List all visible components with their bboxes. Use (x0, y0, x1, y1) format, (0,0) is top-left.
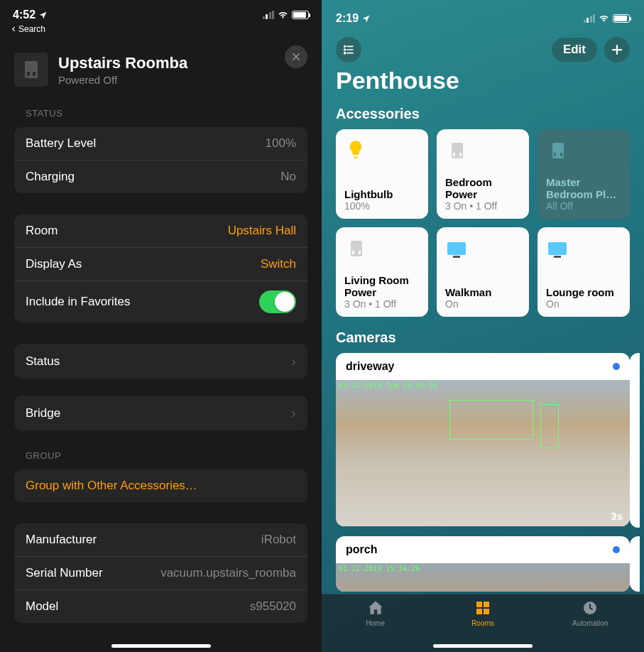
tile-lounge[interactable]: Lounge roomOn (537, 227, 630, 317)
info-group: Manufacturer iRobot Serial Number vacuum… (14, 523, 307, 623)
tile-master-bedroom[interactable]: Master Bedroom Pl…All Off (537, 129, 630, 219)
favorites-toggle[interactable] (259, 290, 296, 313)
svg-rect-11 (484, 609, 489, 614)
status-bar: 4:52 (0, 0, 322, 24)
tab-bar: Home Rooms Automation (322, 594, 644, 652)
nav-bar: Edit (322, 31, 644, 65)
bulb-icon (344, 138, 367, 161)
plug-icon (14, 53, 48, 87)
plug-icon (546, 138, 569, 161)
tab-automation[interactable]: Automation (537, 599, 644, 652)
plus-icon (611, 43, 623, 56)
close-icon (291, 52, 301, 62)
group-action-block: Group with Other Accessories… (14, 469, 307, 502)
cellular-icon (263, 11, 275, 19)
favorites-row: Include in Favorites (14, 281, 307, 322)
cameras-label: Cameras (322, 317, 644, 353)
group-section-label: GROUP (0, 435, 322, 465)
manufacturer-row: Manufacturer iRobot (14, 523, 307, 557)
charging-row: Charging No (14, 161, 307, 193)
list-icon (342, 44, 356, 55)
wifi-icon (598, 14, 610, 23)
home-indicator[interactable] (433, 644, 533, 648)
home-indicator[interactable] (111, 644, 211, 648)
recording-dot-icon (613, 546, 620, 553)
group-with-others[interactable]: Group with Other Accessories… (14, 469, 307, 502)
model-row: Model s955020 (14, 590, 307, 623)
status-nav[interactable]: Status › (14, 344, 307, 379)
plug-icon (445, 138, 468, 161)
close-button[interactable] (285, 45, 307, 68)
svg-rect-8 (476, 602, 482, 607)
tv-icon (445, 236, 468, 259)
svg-rect-10 (476, 609, 482, 614)
chevron-left-icon (10, 26, 17, 33)
accessories-label: Accessories (322, 100, 644, 129)
home-name: Penthouse (322, 65, 644, 100)
accessory-title: Upstairs Roomba (58, 54, 187, 72)
tile-walkman[interactable]: WalkmanOn (437, 227, 529, 317)
tile-living-room[interactable]: Living Room Power3 On • 1 Off (336, 227, 428, 317)
tile-lightbulb[interactable]: Lightbulb100% (336, 129, 428, 219)
add-button[interactable] (604, 37, 630, 63)
svg-point-0 (344, 45, 346, 47)
tv-icon (546, 236, 569, 259)
chevron-right-icon: › (291, 405, 296, 421)
plug-icon (344, 236, 367, 259)
wifi-icon (277, 11, 289, 20)
status-bar: 2:19 (322, 0, 644, 31)
home-icon (366, 599, 385, 617)
room-row[interactable]: Room Upstairs Hall (14, 214, 307, 248)
status-section-label: STATUS (0, 98, 322, 123)
home-app-screen: 2:19 Edit Penthouse Accessories Lightbul… (322, 0, 644, 652)
edit-button[interactable]: Edit (552, 38, 597, 62)
svg-point-4 (344, 53, 346, 54)
recording-dot-icon (613, 363, 620, 370)
chevron-right-icon: › (291, 353, 296, 369)
clock-icon (582, 599, 599, 617)
location-icon (361, 14, 371, 23)
config-group: Room Upstairs Hall Display As Switch Inc… (14, 214, 307, 322)
clip-duration: 3s (611, 510, 623, 522)
location-icon (38, 11, 48, 20)
detection-box (540, 404, 559, 448)
battery-icon (292, 11, 309, 19)
rooms-icon (474, 599, 491, 617)
svg-rect-9 (484, 602, 489, 607)
accessory-state: Powered Off (58, 74, 187, 86)
status-group: Battery Level 100% Charging No (14, 127, 307, 193)
back-button[interactable]: Search (0, 24, 322, 40)
camera-snapshot: 01-22-2019 15:34:26 (336, 563, 630, 592)
tile-bedroom-power[interactable]: Bedroom Power3 On • 1 Off (437, 129, 529, 219)
battery-icon (613, 14, 630, 23)
accessory-header: Upstairs Roomba Powered Off (0, 40, 322, 98)
display-as-row[interactable]: Display As Switch (14, 248, 307, 281)
camera-porch[interactable]: porch 01-22-2019 15:34:26 (336, 536, 630, 592)
next-camera-peek[interactable] (630, 536, 640, 592)
list-button[interactable] (336, 37, 361, 63)
cellular-icon (584, 14, 596, 23)
battery-row: Battery Level 100% (14, 127, 307, 161)
next-camera-peek[interactable] (630, 353, 640, 528)
accessory-grid: Lightbulb100% Bedroom Power3 On • 1 Off … (322, 129, 644, 317)
tab-home[interactable]: Home (322, 599, 429, 652)
clock: 2:19 (336, 12, 359, 25)
detection-box (449, 400, 533, 440)
clock: 4:52 (13, 9, 36, 21)
svg-point-2 (344, 49, 346, 50)
bridge-nav[interactable]: Bridge › (14, 396, 307, 430)
serial-row: Serial Number vacuum.upstairs_roomba (14, 557, 307, 590)
camera-driveway[interactable]: driveway 01-22-2019 Tue 15:34:16 3s (336, 353, 630, 526)
camera-snapshot: 01-22-2019 Tue 15:34:16 3s (336, 380, 630, 526)
accessory-detail-screen: 4:52 Search Upstairs Roomba Powered Off … (0, 0, 322, 652)
